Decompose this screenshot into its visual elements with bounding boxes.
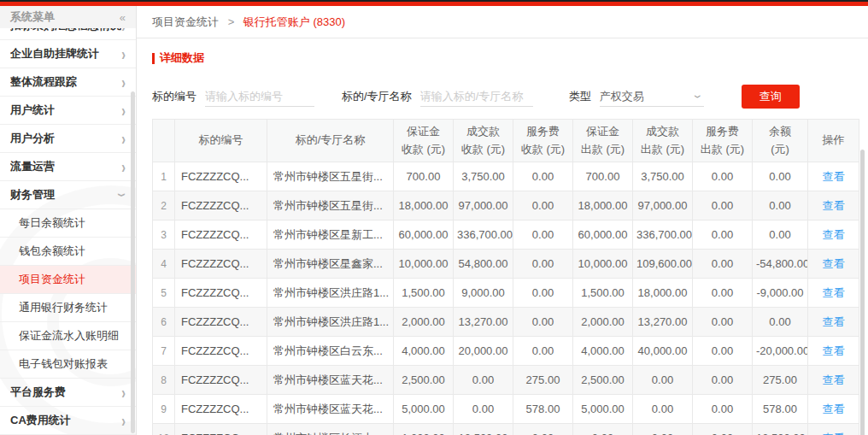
sidebar-item[interactable]: 项目资金统计: [0, 266, 136, 294]
table-row: 6FCZZZZCQ...常州市钟楼区洪庄路1...2,000.0013,270.…: [153, 308, 859, 337]
sidebar-item[interactable]: 电子钱包对账报表: [0, 350, 136, 379]
view-link[interactable]: 查看: [823, 228, 845, 241]
view-link[interactable]: 查看: [823, 344, 845, 357]
table-row: 10FCZZZZCQ...常州市钟楼区长江中...1,000.0012,500.…: [153, 424, 859, 435]
funds-table: 标的编号标的/专厅名称保证金收款 (元)成交款收款 (元)服务费收款 (元)保证…: [152, 119, 859, 435]
sidebar-scrollbar[interactable]: [131, 91, 135, 433]
cell-deal_in: 336,700.00: [454, 220, 513, 250]
cell-service_in: 0.00: [513, 191, 573, 220]
sidebar-item[interactable]: 用户统计›: [0, 97, 136, 125]
page-scrollbar[interactable]: [860, 150, 865, 435]
chevron-down-icon: ›: [115, 193, 132, 197]
table-row: 1FCZZZZCQ...常州市钟楼区五星街...700.003,750.000.…: [153, 162, 859, 191]
sidebar-item[interactable]: 平台服务费›: [0, 379, 136, 407]
breadcrumb-separator: >: [228, 15, 235, 28]
sidebar-item-label: 用户分析: [10, 131, 121, 146]
sidebar-item-label: 整体流程跟踪: [10, 74, 121, 90]
sidebar-title: 系统菜单: [10, 9, 55, 25]
cell-action: 查看: [808, 337, 859, 366]
table-header-row: 标的编号标的/专厅名称保证金收款 (元)成交款收款 (元)服务费收款 (元)保证…: [153, 120, 859, 162]
view-link[interactable]: 查看: [823, 373, 845, 386]
name-input[interactable]: [420, 86, 533, 107]
breadcrumb-parent[interactable]: 项目资金统计: [152, 15, 219, 28]
cell-service_out: 0.00: [693, 279, 753, 308]
cell-deposit_in: 2,000.00: [394, 308, 454, 337]
cell-balance: -54,800.00: [753, 250, 808, 279]
view-link[interactable]: 查看: [823, 257, 845, 270]
cell-idx: 10: [153, 424, 175, 435]
cell-service_in: 578.00: [513, 395, 573, 424]
sidebar-item[interactable]: CA费用统计›: [0, 407, 136, 435]
type-select-value: 产权交易: [600, 89, 644, 104]
sidebar-item[interactable]: 企业自助挂牌统计›: [0, 40, 136, 68]
cell-service_out: 0.00: [693, 250, 753, 279]
collapse-sidebar-icon[interactable]: «: [120, 11, 126, 24]
view-link[interactable]: 查看: [823, 199, 845, 212]
cell-action: 查看: [808, 395, 859, 424]
type-label: 类型: [569, 89, 591, 104]
cell-idx: 7: [153, 337, 175, 366]
filter-bar: 标的编号 标的/专厅名称 类型 产权交易 › 查询: [152, 85, 868, 109]
cell-deposit_out: 60,000.00: [573, 220, 633, 250]
sidebar-item[interactable]: 流量运营›: [0, 153, 136, 181]
cell-bid_no: FCZZZZCQ...: [175, 337, 267, 366]
table-row: 4FCZZZZCQ...常州市钟楼区星鑫家...10,000.0054,800.…: [153, 250, 859, 279]
cell-service_out: 0.00: [693, 308, 753, 337]
sidebar-item-label: 保证金流水入账明细: [19, 328, 126, 344]
cell-deposit_out: 2,500.00: [573, 366, 633, 395]
view-link[interactable]: 查看: [823, 286, 845, 299]
cell-name: 常州市钟楼区洪庄路1...: [267, 279, 394, 308]
sidebar-item-label: CA费用统计: [10, 413, 121, 428]
cell-deal_out: 18,000.00: [633, 279, 693, 308]
cell-service_out: 0.00: [693, 191, 753, 220]
view-link[interactable]: 查看: [823, 432, 845, 435]
cell-deposit_out: 18,000.00: [573, 191, 633, 220]
cell-service_in: 0.00: [513, 424, 573, 435]
cell-balance: 275.00: [753, 366, 808, 395]
bid-no-input[interactable]: [205, 86, 314, 107]
column-header-action: 操作: [808, 120, 859, 162]
view-link[interactable]: 查看: [823, 170, 845, 183]
cell-bid_no: FCZZZZCQ...: [175, 279, 267, 308]
sidebar-item[interactable]: 钱包余额统计: [0, 238, 136, 266]
sidebar-item[interactable]: 财务管理›: [0, 181, 136, 209]
view-link[interactable]: 查看: [823, 315, 845, 328]
cell-service_in: 0.00: [513, 162, 573, 191]
cell-name: 常州市钟楼区星新工...: [267, 220, 394, 250]
column-header-name: 标的/专厅名称: [267, 120, 394, 162]
cell-service_out: 0.00: [693, 220, 753, 250]
column-header-deal_out: 成交款出款 (元): [633, 120, 693, 162]
cell-service_in: 0.00: [513, 279, 573, 308]
cell-deal_out: 109,600.00: [633, 250, 693, 279]
chevron-right-icon: ›: [121, 45, 126, 62]
cell-balance: 578.00: [753, 395, 808, 424]
cell-name: 常州市钟楼区星鑫家...: [267, 250, 394, 279]
cell-deposit_in: 60,000.00: [394, 220, 454, 250]
cell-idx: 6: [153, 308, 175, 337]
view-link[interactable]: 查看: [823, 403, 845, 415]
cell-deposit_in: 5,000.00: [394, 395, 454, 424]
chevron-right-icon: ›: [121, 28, 126, 34]
chevron-right-icon: ›: [121, 158, 126, 175]
sidebar-item[interactable]: 用户分析›: [0, 125, 136, 153]
cell-balance: 13,500.00: [753, 424, 808, 435]
sidebar-item[interactable]: 整体流程跟踪›: [0, 68, 136, 97]
cell-deal_in: 54,800.00: [454, 250, 513, 279]
cell-balance: 0.00: [753, 191, 808, 220]
type-select[interactable]: 产权交易 ›: [600, 86, 704, 107]
cell-bid_no: FCZZZZCQ...: [175, 424, 267, 435]
cell-deposit_in: 18,000.00: [394, 191, 454, 220]
sidebar-item[interactable]: 保证金流水入账明细: [0, 322, 136, 350]
cell-deal_in: 0.00: [454, 395, 513, 424]
sidebar-item[interactable]: 招标采购汇总信息情况报表›: [0, 28, 136, 40]
cell-balance: -9,000.00: [753, 279, 808, 308]
chevron-right-icon: ›: [121, 412, 126, 429]
cell-action: 查看: [808, 162, 859, 191]
search-button[interactable]: 查询: [742, 85, 800, 109]
sidebar-item[interactable]: 通用银行财务统计: [0, 294, 136, 322]
sidebar-item[interactable]: 每日余额统计: [0, 209, 136, 238]
cell-service_out: 0.00: [693, 162, 753, 191]
sidebar-item-label: 电子钱包对账报表: [19, 356, 126, 372]
sidebar-item-label: 平台服务费: [10, 385, 121, 400]
cell-action: 查看: [808, 279, 859, 308]
